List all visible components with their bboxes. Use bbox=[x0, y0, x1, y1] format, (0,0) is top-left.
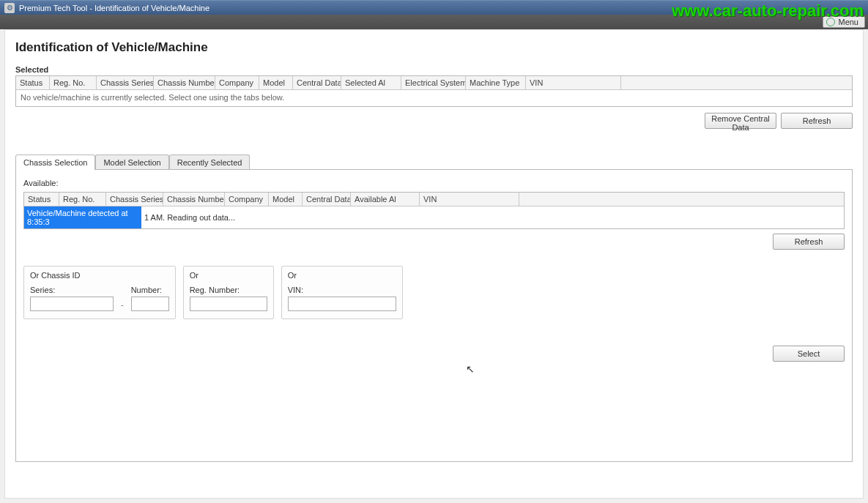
col-status[interactable]: Status bbox=[16, 76, 50, 90]
group-reg-title: Or bbox=[190, 271, 267, 280]
menu-button[interactable]: Menu bbox=[823, 16, 865, 28]
col-central-data[interactable]: Central Data bbox=[293, 76, 341, 90]
acol-company[interactable]: Company bbox=[225, 193, 269, 206]
page-title: Identification of Vehicle/Machine bbox=[15, 40, 853, 55]
menu-label: Menu bbox=[838, 18, 858, 26]
series-label: Series: bbox=[30, 286, 114, 294]
available-label: Available: bbox=[23, 179, 845, 187]
select-button[interactable]: Select bbox=[773, 346, 845, 362]
refresh-icon bbox=[826, 18, 835, 26]
group-chassis-id: Or Chassis ID Series: - Number: bbox=[23, 266, 176, 319]
col-chassis-number[interactable]: Chassis Number bbox=[154, 76, 215, 90]
number-label: Number: bbox=[131, 286, 169, 294]
acol-regno[interactable]: Reg. No. bbox=[59, 193, 106, 206]
tabstrip: Chassis Selection Model Selection Recent… bbox=[15, 154, 853, 170]
window-title: Premium Tech Tool - Identification of Ve… bbox=[19, 4, 209, 12]
selected-empty-msg: No vehicle/machine is currently selected… bbox=[16, 90, 852, 106]
col-model[interactable]: Model bbox=[259, 76, 293, 90]
group-vin-title: Or bbox=[288, 271, 396, 280]
tab-recently-selected[interactable]: Recently Selected bbox=[169, 154, 251, 170]
group-regnumber: Or Reg. Number: bbox=[183, 266, 274, 319]
acol-available-al[interactable]: Available Al bbox=[351, 193, 420, 206]
selected-grid-header: Status Reg. No. Chassis Series Chassis N… bbox=[16, 76, 852, 90]
acol-model[interactable]: Model bbox=[269, 193, 303, 206]
col-regno[interactable]: Reg. No. bbox=[50, 76, 97, 90]
col-machine-type[interactable]: Machine Type bbox=[466, 76, 526, 90]
col-company[interactable]: Company bbox=[215, 76, 259, 90]
acol-chassis-series[interactable]: Chassis Series bbox=[106, 193, 163, 206]
acol-status[interactable]: Status bbox=[24, 193, 59, 206]
tab-chassis-selection[interactable]: Chassis Selection bbox=[15, 154, 95, 170]
app-icon: ⚙ bbox=[4, 3, 15, 13]
selected-grid: Status Reg. No. Chassis Series Chassis N… bbox=[15, 75, 853, 107]
available-row-highlight: Vehicle/Machine detected at 8:35:3 bbox=[24, 206, 141, 228]
series-input[interactable] bbox=[30, 297, 114, 311]
tab-panel-chassis: Available: Status Reg. No. Chassis Serie… bbox=[15, 169, 853, 462]
reg-input[interactable] bbox=[190, 297, 267, 311]
reg-label: Reg. Number: bbox=[190, 286, 267, 294]
available-buttons: Refresh bbox=[23, 234, 845, 250]
col-selected-al[interactable]: Selected Al bbox=[341, 76, 401, 90]
available-row[interactable]: Vehicle/Machine detected at 8:35:3 1 AM.… bbox=[24, 206, 844, 228]
available-grid: Status Reg. No. Chassis Series Chassis N… bbox=[23, 192, 845, 229]
acol-chassis-number[interactable]: Chassis Number bbox=[163, 193, 225, 206]
acol-spacer bbox=[519, 193, 844, 206]
selected-label: Selected bbox=[15, 65, 853, 74]
vin-label: VIN: bbox=[288, 286, 396, 294]
selected-buttons: Remove Central Data Refresh bbox=[15, 113, 853, 129]
tab-model-selection[interactable]: Model Selection bbox=[95, 154, 168, 170]
main-content: Identification of Vehicle/Machine Select… bbox=[4, 29, 864, 499]
col-vin[interactable]: VIN bbox=[526, 76, 621, 90]
col-spacer bbox=[621, 76, 852, 90]
col-electrical[interactable]: Electrical System bbox=[401, 76, 466, 90]
select-row: Select bbox=[23, 346, 845, 362]
dash-sep: - bbox=[119, 300, 125, 311]
app-toolbar: Menu bbox=[0, 15, 868, 29]
acol-central-data[interactable]: Central Data bbox=[303, 193, 351, 206]
remove-central-data-button[interactable]: Remove Central Data bbox=[705, 113, 776, 129]
vin-input[interactable] bbox=[288, 297, 396, 311]
refresh-available-button[interactable]: Refresh bbox=[773, 234, 845, 250]
group-vin: Or VIN: bbox=[281, 266, 403, 319]
col-chassis-series[interactable]: Chassis Series bbox=[97, 76, 154, 90]
available-grid-header: Status Reg. No. Chassis Series Chassis N… bbox=[24, 193, 844, 206]
available-row-rest: 1 AM. Reading out data... bbox=[141, 211, 238, 224]
refresh-selected-button[interactable]: Refresh bbox=[781, 113, 853, 129]
input-groups: Or Chassis ID Series: - Number: Or bbox=[23, 266, 845, 319]
acol-vin[interactable]: VIN bbox=[420, 193, 519, 206]
group-chassis-id-title: Or Chassis ID bbox=[30, 271, 169, 280]
number-input[interactable] bbox=[131, 297, 169, 311]
window-titlebar: ⚙ Premium Tech Tool - Identification of … bbox=[0, 0, 868, 15]
